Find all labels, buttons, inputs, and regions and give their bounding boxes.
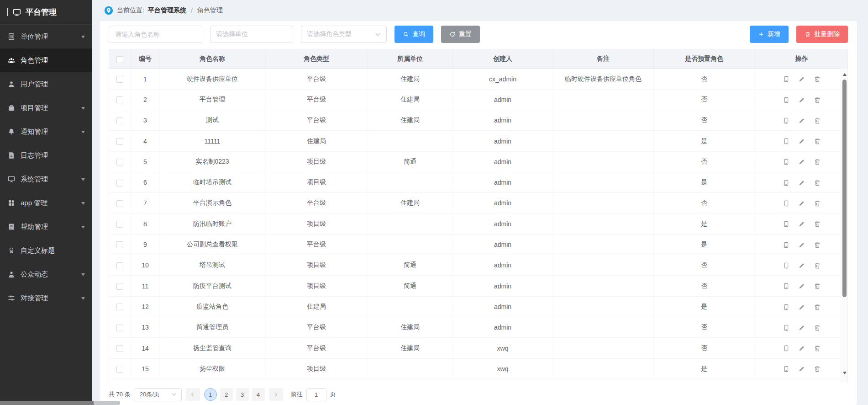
page-jump-input[interactable] xyxy=(306,388,326,401)
edit-icon[interactable] xyxy=(798,282,805,290)
edit-icon[interactable] xyxy=(798,304,805,311)
detail-icon[interactable] xyxy=(783,179,790,187)
row-checkbox[interactable] xyxy=(116,283,123,290)
horizontal-scrollbar-thumb-end[interactable] xyxy=(94,401,120,405)
breadcrumb-root[interactable]: 平台管理系统 xyxy=(148,6,186,15)
detail-icon[interactable] xyxy=(783,345,790,352)
edit-icon[interactable] xyxy=(798,75,805,83)
sidebar-item-notification-management[interactable]: 通知管理 xyxy=(0,120,92,144)
select-all-checkbox[interactable] xyxy=(116,56,123,63)
delete-icon[interactable] xyxy=(814,96,821,104)
reset-button[interactable]: 重置 xyxy=(441,26,480,43)
sidebar-item-user-management[interactable]: 用户管理 xyxy=(0,72,92,96)
add-button[interactable]: 新增 xyxy=(750,26,789,43)
page-button-4[interactable]: 4 xyxy=(252,388,265,401)
row-checkbox[interactable] xyxy=(116,76,123,83)
row-checkbox[interactable] xyxy=(116,159,123,165)
delete-icon[interactable] xyxy=(814,365,821,373)
edit-icon[interactable] xyxy=(798,200,805,207)
row-checkbox[interactable] xyxy=(116,345,123,352)
role-type-select[interactable]: 请选择角色类型 xyxy=(301,26,387,43)
row-checkbox[interactable] xyxy=(116,325,123,331)
row-checkbox[interactable] xyxy=(116,138,123,145)
row-checkbox[interactable] xyxy=(116,241,123,248)
delete-icon[interactable] xyxy=(814,345,821,352)
detail-icon[interactable] xyxy=(783,96,790,104)
detail-icon[interactable] xyxy=(783,262,790,269)
edit-icon[interactable] xyxy=(798,138,805,145)
sidebar-item-unit-management[interactable]: 单位管理 xyxy=(0,25,92,48)
scroll-up-arrow-icon[interactable] xyxy=(841,71,848,79)
batch-delete-button[interactable]: 批量删除 xyxy=(796,26,848,43)
scroll-down-arrow-icon[interactable] xyxy=(841,369,848,377)
delete-icon[interactable] xyxy=(814,324,821,331)
prev-page-button[interactable] xyxy=(186,388,200,401)
delete-icon[interactable] xyxy=(814,262,821,269)
sidebar-item-custom-title[interactable]: 自定义标题 xyxy=(0,239,92,262)
detail-icon[interactable] xyxy=(783,117,790,124)
row-checkbox[interactable] xyxy=(116,96,123,103)
detail-icon[interactable] xyxy=(783,241,790,249)
app-logo: 平台管理 xyxy=(0,0,92,25)
page-button-1[interactable]: 1 xyxy=(204,388,217,401)
detail-icon[interactable] xyxy=(783,324,790,331)
sidebar-item-help-management[interactable]: 帮助管理 xyxy=(0,215,92,239)
edit-icon[interactable] xyxy=(798,345,805,352)
page-button-3[interactable]: 3 xyxy=(236,388,249,401)
detail-icon[interactable] xyxy=(783,304,790,311)
cell-role-type: 项目级 xyxy=(265,213,368,234)
sidebar-item-public-activity[interactable]: 公众动态 xyxy=(0,262,92,286)
edit-icon[interactable] xyxy=(798,179,805,187)
detail-icon[interactable] xyxy=(783,75,790,83)
row-checkbox[interactable] xyxy=(116,366,123,373)
vertical-scrollbar-thumb[interactable] xyxy=(842,80,847,297)
delete-icon[interactable] xyxy=(814,282,821,290)
breadcrumb-separator: / xyxy=(191,7,193,14)
edit-icon[interactable] xyxy=(798,158,805,165)
delete-icon[interactable] xyxy=(814,138,821,145)
search-button[interactable]: 查询 xyxy=(395,26,433,43)
row-checkbox[interactable] xyxy=(116,180,123,187)
detail-icon[interactable] xyxy=(783,220,790,228)
edit-icon[interactable] xyxy=(798,117,805,124)
edit-icon[interactable] xyxy=(798,365,805,373)
delete-icon[interactable] xyxy=(814,75,821,83)
edit-icon[interactable] xyxy=(798,262,805,269)
sidebar-item-project-management[interactable]: 项目管理 xyxy=(0,96,92,120)
detail-icon[interactable] xyxy=(783,158,790,165)
delete-icon[interactable] xyxy=(814,304,821,311)
edit-icon[interactable] xyxy=(798,96,805,104)
delete-icon[interactable] xyxy=(814,200,821,207)
edit-icon[interactable] xyxy=(798,241,805,249)
delete-icon[interactable] xyxy=(814,179,821,187)
detail-icon[interactable] xyxy=(783,282,790,290)
edit-icon[interactable] xyxy=(798,220,805,228)
table-vertical-scrollbar[interactable] xyxy=(841,69,847,383)
sidebar-item-system-management[interactable]: 系统管理 xyxy=(0,167,92,191)
delete-icon[interactable] xyxy=(814,220,821,228)
sidebar-item-integration-management[interactable]: 对接管理 xyxy=(0,286,92,310)
sidebar-item-log-management[interactable]: 日志管理 xyxy=(0,144,92,167)
horizontal-scrollbar[interactable] xyxy=(0,401,868,405)
detail-icon[interactable] xyxy=(783,365,790,373)
detail-icon[interactable] xyxy=(783,138,790,145)
role-name-input[interactable] xyxy=(109,26,202,43)
edit-icon[interactable] xyxy=(798,324,805,331)
delete-icon[interactable] xyxy=(814,117,821,124)
unit-select[interactable]: 请选择单位 xyxy=(210,26,293,43)
row-checkbox[interactable] xyxy=(116,117,123,124)
sidebar-item-label: 用户管理 xyxy=(21,80,48,89)
sidebar-item-role-management[interactable]: 角色管理 xyxy=(0,48,92,72)
next-page-button[interactable] xyxy=(269,388,283,401)
page-size-select[interactable]: 20条/页 xyxy=(135,388,182,401)
detail-icon[interactable] xyxy=(783,200,790,207)
page-button-2[interactable]: 2 xyxy=(220,388,233,401)
sidebar-item-app-management[interactable]: app 管理 xyxy=(0,191,92,215)
row-checkbox[interactable] xyxy=(116,221,123,228)
row-checkbox[interactable] xyxy=(116,200,123,207)
row-checkbox[interactable] xyxy=(116,262,123,269)
horizontal-scrollbar-thumb[interactable] xyxy=(0,401,94,405)
row-checkbox[interactable] xyxy=(116,304,123,310)
delete-icon[interactable] xyxy=(814,158,821,165)
delete-icon[interactable] xyxy=(814,241,821,249)
